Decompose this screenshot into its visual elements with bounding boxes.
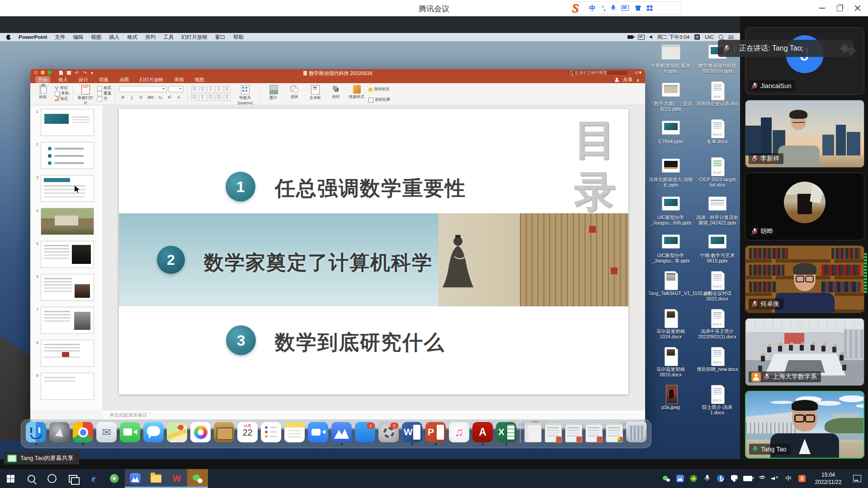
dock-item[interactable] — [143, 422, 164, 445]
dock-item[interactable] — [190, 422, 211, 445]
font-size-select[interactable] — [168, 86, 184, 92]
desktop-icon[interactable]: ETBell.pptx — [647, 119, 694, 157]
tab-insert[interactable]: 插入 — [56, 77, 70, 83]
apple-icon[interactable] — [6, 35, 11, 40]
reset-button[interactable]: 重置 — [97, 91, 111, 96]
dock-app-icon[interactable] — [190, 422, 211, 442]
tray-360-safe[interactable] — [687, 469, 700, 488]
cortana-button[interactable] — [42, 469, 62, 488]
slide-thumbnail[interactable] — [41, 274, 94, 301]
dock-item[interactable] — [565, 422, 582, 445]
dock-app-icon[interactable] — [606, 422, 623, 442]
dock-item[interactable] — [585, 422, 603, 445]
slide-thumbnail[interactable] — [41, 208, 94, 235]
dock-item[interactable] — [308, 422, 328, 445]
desktop-icon[interactable]: 汤涛 - 科学计算历史展望_042422.pptx — [694, 195, 740, 233]
menu-help[interactable]: 帮助 — [233, 34, 244, 41]
notification-center-icon[interactable] — [728, 35, 734, 39]
participant-tile-lixinxiang[interactable]: 李新祥 — [745, 100, 864, 168]
dock-app-icon[interactable]: 2 — [378, 422, 399, 442]
desktop-icon[interactable]: UIC新型办学_Jiangsu...606.pptx — [647, 195, 694, 233]
dock-item[interactable] — [524, 422, 542, 445]
shape-fill-button[interactable]: 形状填充 — [368, 87, 390, 92]
indent-increase-button[interactable] — [216, 86, 222, 93]
section-button[interactable]: 节 — [97, 96, 111, 102]
dock-item[interactable] — [606, 422, 623, 445]
tray-wechat[interactable] — [660, 469, 673, 488]
char-format-button[interactable]: A — [175, 94, 183, 100]
char-format-button[interactable]: abc — [146, 94, 156, 100]
tab-view[interactable]: 视图 — [193, 77, 207, 83]
tray-ime[interactable]: 中 — [782, 469, 795, 488]
desktop-icon[interactable]: Tang_TalkSHJT_V1_1102.pdf — [647, 271, 694, 309]
dock-app-icon[interactable] — [524, 422, 542, 442]
dock-app-icon[interactable] — [565, 422, 582, 442]
browser-360-button[interactable]: e — [104, 469, 125, 488]
slide-thumbnail-row[interactable]: 2 — [30, 142, 103, 169]
slide-thumbnail[interactable] — [41, 373, 94, 400]
taskbar-search-button[interactable] — [21, 469, 42, 488]
ime-mic-icon[interactable] — [611, 5, 615, 11]
toc-item-2-number[interactable]: 2 — [157, 246, 185, 274]
collapse-ribbon-icon[interactable]: ∧ — [636, 77, 640, 83]
numbering-button[interactable] — [199, 86, 206, 93]
notes-pane[interactable]: 单击此处添加备注 — [103, 410, 645, 420]
tray-bluetooth[interactable] — [714, 469, 727, 488]
edge-button[interactable]: e — [83, 469, 104, 488]
desktop-icon[interactable]: DOCX 院士简介-汤涛 1.docx — [694, 385, 740, 423]
indent-decrease-button[interactable] — [208, 86, 214, 93]
line-spacing-button[interactable] — [224, 86, 231, 93]
start-button[interactable] — [0, 469, 21, 488]
dock-app-icon[interactable]: 1 — [355, 422, 375, 442]
toc-item-3-number[interactable]: 3 — [226, 325, 256, 355]
font-name-select[interactable] — [119, 86, 167, 92]
dock-app-icon[interactable] — [520, 420, 521, 442]
dock-item[interactable]: W — [402, 422, 422, 445]
dock-app-icon[interactable] — [331, 422, 352, 442]
tray-sogou[interactable]: S — [796, 469, 808, 488]
menu-view[interactable]: 视图 — [91, 34, 101, 41]
arrange-button[interactable]: 排列 — [327, 85, 345, 100]
menu-slideshow[interactable]: 幻灯片放映 — [181, 34, 208, 41]
dock-item[interactable]: ✉ — [96, 422, 117, 445]
cut-button[interactable]: 剪切 — [55, 85, 69, 91]
dock-app-icon[interactable] — [261, 422, 281, 442]
desktop-icon[interactable]: DOC 汤涛信息登记表.doc — [694, 81, 740, 119]
tray-defender[interactable] — [728, 469, 741, 488]
align-right-button[interactable] — [208, 94, 214, 101]
dock-item[interactable] — [214, 422, 234, 445]
slide-thumbnail-pane[interactable]: 1 2 3 — [30, 105, 103, 410]
dock-item[interactable]: 2 — [378, 422, 399, 445]
desktop-icon[interactable]: 宁德-数学与艺术 0610.pptx — [694, 233, 740, 271]
desktop-icon[interactable]: 菲尔兹奖初稿 0810.docx — [647, 347, 694, 385]
dock-app-icon[interactable] — [143, 422, 164, 442]
restore-button[interactable] — [837, 5, 843, 11]
dock-app-icon[interactable]: ♫ — [449, 422, 469, 442]
task-view-button[interactable] — [62, 469, 83, 488]
desktop-icon[interactable]: DOCX 博后招聘_new.docx — [694, 347, 740, 385]
tray-meeting[interactable] — [674, 469, 686, 488]
dock-app-icon[interactable] — [308, 422, 328, 442]
dock-item[interactable] — [626, 422, 646, 445]
tab-animations[interactable]: 动画 — [117, 77, 131, 83]
dock-app-icon[interactable]: ✉ — [96, 422, 117, 442]
align-left-button[interactable] — [191, 94, 198, 101]
participant-tile-huye[interactable]: 胡晔 — [745, 173, 864, 240]
taskbar-app-meeting[interactable] — [125, 469, 146, 488]
align-center-button[interactable] — [199, 94, 206, 101]
toc-item-3-text[interactable]: 数学到底研究什么 — [275, 329, 445, 356]
toc-item-1-number[interactable]: 1 — [226, 172, 255, 202]
slide-thumbnail[interactable] — [41, 175, 94, 202]
char-format-button[interactable]: U — [137, 94, 145, 100]
ime-keyboard-icon[interactable] — [621, 5, 629, 11]
menubar-camera-icon[interactable] — [627, 35, 633, 39]
textbox-button[interactable]: 文本框 — [306, 85, 324, 101]
dock-item[interactable]: X — [496, 422, 516, 445]
smartart-button[interactable]: 转换为SmartArt — [233, 85, 257, 105]
dock-item[interactable]: 1 — [355, 422, 375, 445]
menubar-volume-icon[interactable] — [650, 35, 652, 39]
self-mic-muted-icon[interactable] — [723, 45, 730, 52]
menu-format[interactable]: 格式 — [127, 34, 137, 41]
char-format-button[interactable]: x² — [166, 94, 174, 100]
share-button[interactable]: 共享 — [623, 77, 632, 83]
